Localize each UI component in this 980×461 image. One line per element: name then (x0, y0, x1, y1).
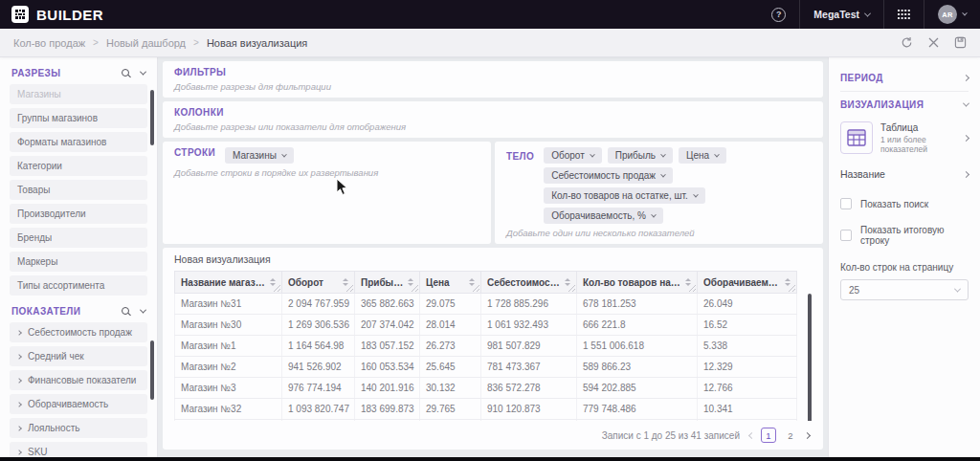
dimension-item[interactable]: Группы магазинов (10, 108, 147, 128)
dimension-item[interactable]: Бренды (10, 228, 147, 248)
name-setting-row[interactable]: Название (840, 162, 969, 190)
indicators-section-header: ПОКАЗАТЕЛИ (0, 303, 157, 322)
column-header-label: Цена (426, 277, 465, 288)
table-row[interactable]: Магазин №2 941 526.902 160 053.534 25.64… (175, 357, 812, 378)
table-scrollbar[interactable] (807, 294, 812, 421)
table-column-header[interactable]: Название магазина (175, 272, 282, 294)
show-total-row-option[interactable]: Показать итоговую строку (840, 217, 969, 253)
chevron-down-icon (590, 151, 595, 157)
dimension-item[interactable]: Категории (10, 156, 147, 176)
breadcrumb-item[interactable]: Новый дашборд (106, 37, 186, 49)
chevron-down-icon (963, 100, 969, 107)
breadcrumb-separator: > (93, 37, 99, 48)
columns-panel[interactable]: КОЛОНКИ Добавьте разрезы или показатели … (163, 101, 823, 138)
rows-per-page-select[interactable]: 25 (840, 279, 969, 300)
column-header-label: Себестоимость про... (487, 277, 561, 288)
period-section-title: ПЕРИОД (840, 73, 883, 83)
column-resize-handle[interactable] (473, 285, 479, 292)
search-icon[interactable] (122, 307, 131, 317)
cell-turnover-rate: 5.338 (698, 336, 797, 357)
cell-profit: 140 201.916 (355, 378, 420, 399)
table-row[interactable]: Магазин №32 1 093 820.747 183 699.873 29… (175, 399, 812, 420)
dimension-item[interactable]: Производители (10, 204, 147, 224)
help-button[interactable]: ? (758, 0, 799, 29)
table-column-header[interactable]: Цена (420, 272, 481, 294)
table-row[interactable]: Магазин №3 976 774.194 140 201.916 30.13… (175, 378, 812, 399)
indicator-item[interactable]: Оборачиваемость (10, 394, 147, 414)
breadcrumb-item[interactable]: Кол-во продаж (13, 37, 85, 49)
save-icon[interactable] (954, 36, 967, 49)
sidebar-scrollbar-thumb[interactable] (150, 340, 154, 400)
brand[interactable]: BUILDER (11, 6, 103, 23)
column-resize-handle[interactable] (689, 285, 696, 292)
search-icon[interactable] (122, 69, 131, 78)
column-resize-handle[interactable] (274, 285, 280, 292)
cell-stock-qty: 589 866.23 (577, 357, 698, 378)
chevron-down-icon[interactable] (140, 307, 146, 314)
chevron-down-icon[interactable] (140, 69, 146, 76)
period-section-toggle[interactable]: ПЕРИОД (840, 65, 969, 92)
user-menu[interactable]: AR (924, 0, 980, 29)
page-button-1[interactable]: 1 (761, 428, 776, 443)
page-button-2[interactable]: 2 (783, 428, 798, 443)
table-column-header[interactable]: Себестоимость про... (481, 272, 577, 294)
chevron-right-icon (16, 426, 22, 431)
show-total-row-checkbox[interactable] (840, 230, 852, 241)
indicator-item[interactable]: Себестоимость продаж (10, 322, 147, 342)
rows-panel[interactable]: СТРОКИ Магазины Добавьте строки в порядк… (163, 142, 491, 244)
cell-profit: 160 053.534 (355, 357, 420, 378)
indicator-item[interactable]: Средний чек (10, 346, 147, 366)
dimension-item[interactable]: Типы ассортимента (10, 275, 147, 296)
dimension-item[interactable]: Товары (10, 180, 147, 200)
records-info: Записи с 1 до 25 из 41 записей (602, 430, 740, 441)
dimension-item[interactable]: Форматы магазинов (10, 132, 147, 152)
column-resize-handle[interactable] (789, 285, 795, 292)
dimension-chip[interactable]: Магазины (225, 147, 294, 164)
cell-store-name: Магазин №32 (175, 399, 282, 420)
visualization-section-toggle[interactable]: ВИЗУАЛИЗАЦИЯ (840, 92, 969, 118)
show-search-label: Показать поиск (860, 199, 928, 209)
table-row[interactable]: Магазин №30 1 269 306.536 207 374.042 28… (175, 315, 812, 336)
table-column-header[interactable]: Кол-во товаров на остатке, шт. (577, 272, 698, 294)
table-row[interactable]: Магазин №31 2 094 767.959 365 882.663 29… (175, 294, 812, 315)
viz-type-selector[interactable]: Таблица 1 или более показателей (840, 121, 969, 154)
filters-panel[interactable]: ФИЛЬТРЫ Добавьте разрезы для фильтрации (163, 61, 823, 98)
column-resize-handle[interactable] (346, 285, 353, 292)
show-search-checkbox[interactable] (840, 198, 852, 209)
cell-stock-qty: 779 748.486 (577, 399, 698, 420)
measure-chip[interactable]: Оборачиваемость, % (544, 208, 663, 224)
column-resize-handle[interactable] (568, 285, 575, 292)
sidebar-scrollbar-thumb[interactable] (150, 90, 154, 145)
indicator-item[interactable]: Финансовые показатели (10, 370, 147, 390)
rows-panel-hint: Добавьте строки в порядке их развертыван… (174, 167, 479, 178)
table-row[interactable]: Магазин №1 1 164 564.98 183 057.152 26.2… (175, 336, 812, 357)
column-header-label: Оборот (288, 277, 339, 288)
cell-stock-qty: 594 202.885 (577, 378, 698, 399)
next-page-icon[interactable] (804, 431, 811, 438)
measure-chip[interactable]: Оборот (544, 147, 602, 164)
measure-chip[interactable]: Прибыль (608, 147, 673, 164)
workspace-switcher[interactable]: MegaTest (800, 0, 883, 29)
table-row[interactable]: Магазин №4 1 459 994.636 240 077.318 30.… (175, 420, 812, 422)
dimension-item[interactable]: Маркеры (10, 252, 147, 272)
table-column-header[interactable]: Оборачиваемость, % (698, 272, 797, 294)
column-resize-handle[interactable] (412, 285, 418, 292)
body-panel[interactable]: ТЕЛО Оборот Прибыль (495, 142, 823, 244)
table-column-header[interactable]: Оборот (282, 272, 355, 294)
table-column-header[interactable]: Прибыль (355, 272, 420, 294)
indicator-item[interactable]: Лояльность (10, 418, 147, 438)
apps-menu-button[interactable] (884, 0, 924, 29)
chevron-down-icon (660, 171, 666, 177)
indicator-item-label: Средний чек (28, 351, 84, 362)
table-scrollbar-thumb[interactable] (808, 294, 812, 421)
chevron-right-icon (16, 378, 22, 384)
dimension-item[interactable]: Магазины (10, 84, 147, 104)
prev-page-icon[interactable] (748, 431, 755, 438)
measure-chip[interactable]: Себестоимость продаж (544, 167, 673, 184)
close-icon[interactable] (928, 37, 939, 48)
refresh-icon[interactable] (901, 36, 913, 49)
show-search-option[interactable]: Показать поиск (840, 190, 969, 217)
measure-chip[interactable]: Цена (679, 147, 726, 164)
measure-chip[interactable]: Кол-во товаров на остатке, шт. (544, 187, 705, 204)
cell-price: 29.075 (420, 294, 481, 315)
